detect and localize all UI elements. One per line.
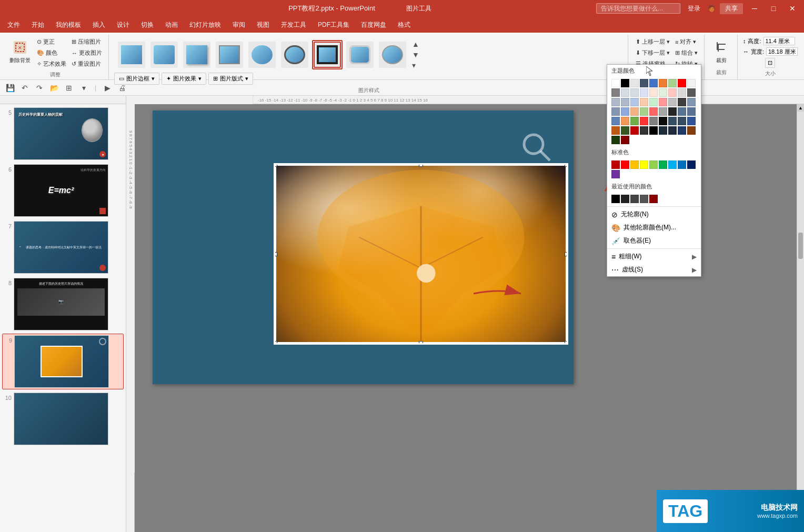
send-backward-button[interactable]: ⬇ 下移一层 ▾ xyxy=(634,48,672,58)
standard-color-swatch[interactable] xyxy=(611,170,620,178)
height-input[interactable] xyxy=(763,37,795,45)
custom-qa[interactable]: ⊞ xyxy=(63,82,75,94)
pic-style-5[interactable] xyxy=(247,40,277,69)
group-button[interactable]: ⊞ 组合 ▾ xyxy=(673,48,700,58)
more-colors-item[interactable]: 🎨 其他轮廓颜色(M)... xyxy=(607,221,701,234)
menu-template[interactable]: 我的模板 xyxy=(51,18,86,32)
theme-color-swatch[interactable] xyxy=(678,117,686,125)
recent-color-swatch[interactable] xyxy=(640,195,648,203)
weight-item[interactable]: ≡ 粗细(W) ▶ xyxy=(607,250,701,263)
menu-format[interactable]: 格式 xyxy=(393,18,416,32)
theme-color-swatch[interactable] xyxy=(649,88,658,97)
theme-color-swatch[interactable] xyxy=(649,126,658,135)
qa-settings[interactable]: ▾ xyxy=(78,82,89,94)
slide-thumb-7[interactable]: 7 " 课题的思考：成功特种对比文献中英文所得一的一份法 xyxy=(2,220,124,275)
theme-color-swatch[interactable] xyxy=(659,117,667,125)
menu-slideshow[interactable]: 幻灯片放映 xyxy=(184,18,226,32)
restore-button[interactable]: □ xyxy=(766,3,781,14)
recent-color-swatch[interactable] xyxy=(649,195,658,203)
menu-home[interactable]: 开始 xyxy=(26,18,49,32)
help-search[interactable] xyxy=(596,3,680,14)
theme-color-swatch[interactable] xyxy=(640,79,648,87)
theme-color-swatch[interactable] xyxy=(687,126,696,135)
theme-color-swatch[interactable] xyxy=(649,107,658,116)
theme-color-swatch[interactable] xyxy=(621,79,629,87)
theme-color-swatch[interactable] xyxy=(611,107,620,116)
standard-color-swatch[interactable] xyxy=(640,160,648,169)
slide-canvas[interactable] xyxy=(153,111,574,384)
standard-color-swatch[interactable] xyxy=(678,160,686,169)
redo-button[interactable]: ↷ xyxy=(34,82,45,94)
remove-background-button[interactable]: ✕ 删除背景 xyxy=(6,37,34,66)
menu-file[interactable]: 文件 xyxy=(2,18,25,32)
recent-color-swatch[interactable] xyxy=(611,195,620,203)
start-slideshow[interactable]: ▶ xyxy=(102,82,113,94)
slide-thumb-5[interactable]: 5 历史科学的重要人物的贡献 ★ xyxy=(2,106,124,161)
styles-scroll-up[interactable]: ▲ xyxy=(411,39,420,49)
theme-color-swatch[interactable] xyxy=(611,88,620,97)
scroll-thumb[interactable] xyxy=(798,233,803,259)
share-button[interactable]: 共享 xyxy=(720,3,743,14)
theme-color-swatch[interactable] xyxy=(611,117,620,125)
theme-color-swatch[interactable] xyxy=(687,98,696,106)
theme-color-swatch[interactable] xyxy=(649,79,658,87)
reset-button[interactable]: ↺ 重设图片 xyxy=(69,59,104,69)
theme-color-swatch[interactable] xyxy=(668,79,677,87)
leaf-image-container[interactable] xyxy=(274,163,568,345)
pic-style-8[interactable] xyxy=(345,40,375,69)
pic-style-2[interactable] xyxy=(149,40,179,69)
dashes-item[interactable]: ⋯ 虚线(S) ▶ xyxy=(607,263,701,276)
theme-color-swatch[interactable] xyxy=(687,79,696,87)
slide-thumb-9[interactable]: 9 xyxy=(2,334,124,389)
theme-color-swatch[interactable] xyxy=(659,98,667,106)
theme-color-swatch[interactable] xyxy=(630,88,639,97)
pic-style-9[interactable] xyxy=(377,40,408,69)
menu-baidu[interactable]: 百度网盘 xyxy=(356,18,391,32)
pic-style-7[interactable] xyxy=(312,40,343,69)
slide-thumb-6[interactable]: 6 E=mc² 论科学的发展方向 xyxy=(2,163,124,218)
compress-button[interactable]: ⊞ 压缩图片 xyxy=(69,37,104,47)
minimize-button[interactable]: ─ xyxy=(747,3,762,14)
theme-color-swatch[interactable] xyxy=(621,107,629,116)
theme-color-swatch[interactable] xyxy=(621,136,629,144)
theme-color-swatch[interactable] xyxy=(668,88,677,97)
styles-expand[interactable]: ▾ xyxy=(411,60,420,71)
menu-devtools[interactable]: 开发工具 xyxy=(276,18,311,32)
menu-animation[interactable]: 动画 xyxy=(160,18,183,32)
theme-color-swatch[interactable] xyxy=(668,98,677,106)
picture-layout-button[interactable]: ⊞ 图片版式 ▾ xyxy=(208,73,253,85)
theme-color-swatch[interactable] xyxy=(678,107,686,116)
theme-color-swatch[interactable] xyxy=(621,126,629,135)
save-button[interactable]: 💾 xyxy=(4,82,16,94)
theme-color-swatch[interactable] xyxy=(611,126,620,135)
recent-color-swatch[interactable] xyxy=(630,195,639,203)
align-button[interactable]: ≡ 对齐 ▾ xyxy=(673,37,700,47)
standard-color-swatch[interactable] xyxy=(668,160,677,169)
theme-color-swatch[interactable] xyxy=(640,88,648,97)
recent-color-swatch[interactable] xyxy=(621,195,629,203)
styles-scroll-down[interactable]: ▼ xyxy=(411,49,420,60)
theme-color-swatch[interactable] xyxy=(640,107,648,116)
theme-color-swatch[interactable] xyxy=(640,98,648,106)
theme-color-swatch[interactable] xyxy=(668,107,677,116)
menu-pdf[interactable]: PDF工具集 xyxy=(313,18,355,32)
theme-color-swatch[interactable] xyxy=(611,136,620,144)
theme-color-swatch[interactable] xyxy=(611,98,620,106)
slide-thumb-10[interactable]: 10 xyxy=(2,392,124,446)
standard-color-swatch[interactable] xyxy=(649,160,658,169)
standard-color-swatch[interactable] xyxy=(611,160,620,169)
pic-style-3[interactable] xyxy=(182,40,212,69)
theme-color-swatch[interactable] xyxy=(678,79,686,87)
standard-color-swatch[interactable] xyxy=(687,160,696,169)
theme-color-swatch[interactable] xyxy=(659,126,667,135)
theme-color-swatch[interactable] xyxy=(668,126,677,135)
pic-style-4[interactable] xyxy=(214,40,245,69)
theme-color-swatch[interactable] xyxy=(630,107,639,116)
standard-color-swatch[interactable] xyxy=(659,160,667,169)
theme-color-swatch[interactable] xyxy=(668,117,677,125)
theme-color-swatch[interactable] xyxy=(621,88,629,97)
width-input[interactable] xyxy=(766,47,798,56)
close-button[interactable]: ✕ xyxy=(785,3,800,14)
theme-color-swatch[interactable] xyxy=(630,79,639,87)
theme-color-swatch[interactable] xyxy=(640,126,648,135)
